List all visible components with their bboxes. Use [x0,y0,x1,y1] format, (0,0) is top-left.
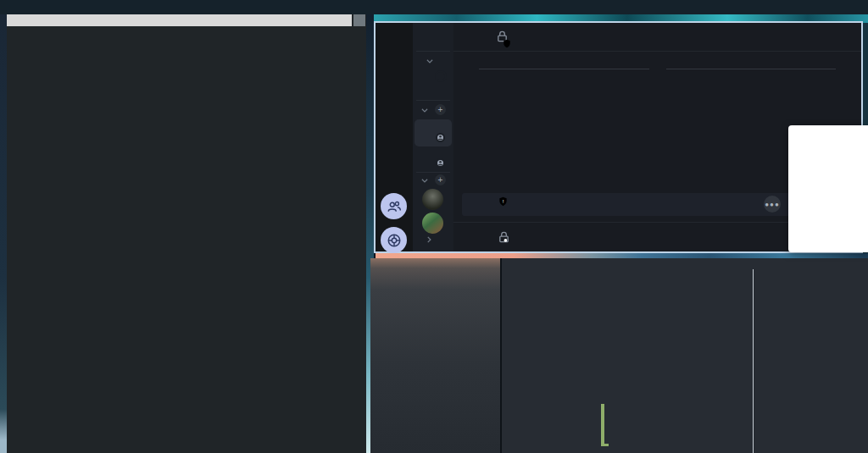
flows-header [7,14,366,26]
person-badge-icon [436,158,445,168]
nicklist-divider [753,269,754,453]
composer-lock-icon [498,230,510,244]
community-panel [376,23,413,251]
prefix-separator-bar [601,404,604,444]
chevron-right-icon[interactable] [425,235,433,244]
taskbar [0,0,868,14]
people-icon [387,199,402,214]
message-row-highlight[interactable] [462,193,805,216]
user-avatar[interactable] [423,26,443,47]
chat-log [504,403,751,450]
help-button[interactable] [381,227,407,253]
message-input[interactable] [516,227,787,247]
chevron-down-icon[interactable] [420,106,429,114]
chevron-down-icon[interactable] [426,57,434,65]
divider [416,172,450,173]
mitmproxy-window [7,14,366,453]
add-room-button[interactable]: + [435,104,446,115]
room-avatar[interactable] [470,27,491,47]
message-options-button[interactable]: ●●● [764,196,781,213]
quaternion-window [370,258,868,453]
divider [416,100,450,101]
person-badge-icon [436,133,445,142]
composer-avatar [472,229,489,246]
scrollbar-thumb[interactable] [353,14,365,26]
prefix-separator-end [601,444,609,446]
loading-progress-bar [504,260,855,270]
room-avatar-image[interactable] [422,189,443,210]
unverified-shield-icon: ! [498,196,508,207]
divider [416,51,450,52]
wallpaper [0,14,7,453]
add-room-button[interactable]: + [435,174,446,185]
invite-badge [435,70,447,82]
day-divider [479,69,836,69]
encrypted-lock-icon [496,30,509,43]
room-avatar-image[interactable] [422,213,443,234]
sender-avatar[interactable] [470,184,494,207]
verified-shield-icon [503,36,511,52]
flow-list [7,26,366,27]
desktop: + + [0,0,868,453]
room-list-panel: + + [413,23,453,251]
life-ring-icon [387,233,402,248]
flows-title [7,14,352,26]
chat-log-panel [502,258,868,453]
message-context-menu [788,125,868,252]
svg-text:!: ! [503,198,504,204]
room-list-sidebar [370,258,500,453]
room-header [453,23,861,52]
chevron-down-icon[interactable] [420,176,429,185]
people-button[interactable] [381,193,407,219]
